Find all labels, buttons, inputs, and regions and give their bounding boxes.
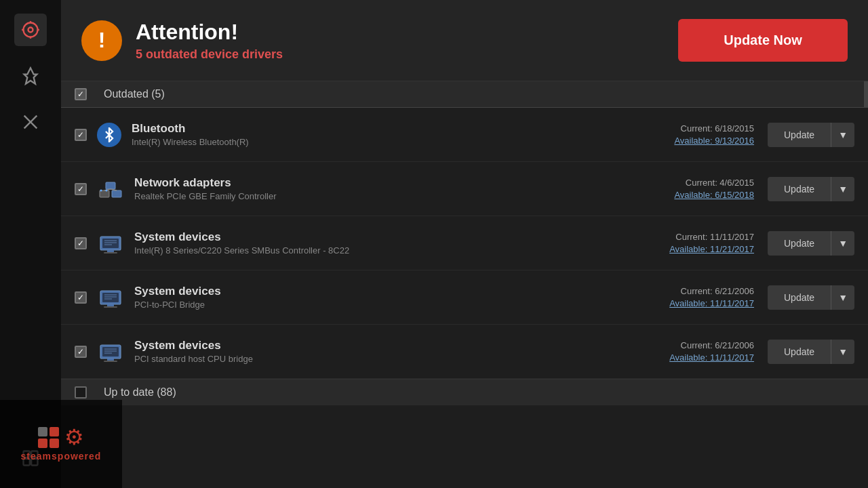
steam-overlay: ⚙ steamspowered	[0, 400, 122, 488]
svg-line-15	[104, 189, 111, 190]
driver-row-system3: System devices PCI standard host CPU bri…	[61, 325, 868, 379]
driver-system1-update-group: Update ▼	[768, 231, 854, 256]
driver-bluetooth-available: Available: 9/13/2016	[674, 136, 754, 146]
svg-rect-28	[107, 304, 114, 306]
svg-rect-27	[102, 293, 119, 302]
driver-bluetooth-update-group: Update ▼	[768, 123, 854, 147]
driver-bluetooth-dates: Current: 6/18/2015 Available: 9/13/2016	[674, 123, 754, 146]
driver-system2-available: Available: 11/11/2017	[669, 298, 754, 308]
driver-system3-name: System devices	[134, 339, 669, 352]
driver-system1-update-btn[interactable]: Update	[768, 231, 831, 256]
network-icon	[97, 176, 124, 203]
svg-rect-14	[106, 182, 115, 189]
outdated-text: outdated device drivers	[142, 47, 283, 61]
driver-system1-dates: Current: 11/11/2017 Available: 11/21/201…	[669, 232, 754, 254]
driver-system3-desc: PCI standard host CPU bridge	[134, 354, 669, 364]
svg-line-16	[111, 189, 117, 190]
driver-bluetooth-info: Bluetooth Intel(R) Wireless Bluetooth(R)	[132, 122, 674, 147]
attention-title: Attention!	[136, 20, 283, 45]
driver-network-available: Available: 6/15/2018	[674, 190, 754, 200]
driver-row-system2: System devices PCI-to-PCI Bridge Current…	[61, 270, 868, 325]
driver-system2-info: System devices PCI-to-PCI Bridge	[134, 285, 669, 310]
driver-system3-update-btn[interactable]: Update	[768, 340, 831, 364]
driver-system1-available: Available: 11/21/2017	[669, 244, 754, 254]
outdated-count: 5	[136, 47, 142, 61]
driver-system2-name: System devices	[134, 285, 669, 298]
svg-point-0	[24, 23, 38, 37]
driver-network-name: Network adapters	[134, 176, 674, 190]
driver-system3-info: System devices PCI standard host CPU bri…	[134, 339, 669, 364]
svg-rect-29	[104, 306, 117, 308]
header: ! Attention! 5 outdated device drivers U…	[61, 0, 868, 81]
steam-gear-icon: ⚙	[64, 426, 84, 448]
driver-network-update-btn[interactable]: Update	[768, 177, 831, 201]
svg-rect-34	[102, 347, 119, 357]
main-content: ! Attention! 5 outdated device drivers U…	[61, 0, 868, 488]
driver-network-dates: Current: 4/6/2015 Available: 6/15/2018	[674, 178, 754, 200]
driver-bluetooth-current: Current: 6/18/2015	[674, 123, 754, 134]
driver-system1-name: System devices	[134, 230, 669, 244]
driver-row-system1: System devices Intel(R) 8 Series/C220 Se…	[61, 216, 868, 270]
driver-system3-available: Available: 11/11/2017	[669, 352, 754, 363]
driver-system1-update-dropdown[interactable]: ▼	[831, 231, 854, 256]
bluetooth-icon	[97, 123, 121, 147]
system2-icon	[97, 284, 124, 311]
driver-network-update-dropdown[interactable]: ▼	[831, 177, 854, 201]
sidebar-icon-home[interactable]	[14, 14, 47, 46]
driver-system3-current: Current: 6/21/2006	[669, 340, 754, 350]
uptodate-section-checkbox[interactable]	[75, 386, 87, 399]
header-left: ! Attention! 5 outdated device drivers	[81, 20, 283, 62]
driver-bluetooth-update-btn[interactable]: Update	[768, 123, 831, 147]
driver-bluetooth-update-dropdown[interactable]: ▼	[831, 123, 854, 147]
attention-icon: !	[81, 20, 122, 61]
outdated-section-checkbox[interactable]	[75, 88, 87, 100]
steam-grid-icon	[38, 427, 59, 448]
svg-rect-35	[107, 359, 114, 361]
outdated-section-header: Outdated (5)	[61, 81, 868, 108]
driver-system2-checkbox[interactable]	[75, 291, 87, 304]
header-text: Attention! 5 outdated device drivers	[136, 20, 283, 62]
svg-rect-20	[102, 239, 119, 248]
driver-system3-update-dropdown[interactable]: ▼	[831, 340, 854, 364]
driver-network-update-group: Update ▼	[768, 177, 854, 201]
driver-system2-update-dropdown[interactable]: ▼	[831, 285, 854, 310]
driver-system2-desc: PCI-to-PCI Bridge	[134, 300, 669, 310]
driver-bluetooth-name: Bluetooth	[132, 122, 674, 136]
sidebar-icon-tools[interactable]	[14, 106, 47, 138]
svg-point-1	[28, 28, 33, 33]
update-now-button[interactable]: Update Now	[678, 19, 848, 62]
driver-system3-dates: Current: 6/21/2006 Available: 11/11/2017	[669, 340, 754, 363]
svg-rect-13	[112, 190, 121, 197]
system3-icon	[97, 338, 124, 365]
outdated-section-label: Outdated (5)	[104, 88, 165, 100]
driver-row-network: Network adapters Realtek PCIe GBE Family…	[61, 162, 868, 216]
driver-row-bluetooth: Bluetooth Intel(R) Wireless Bluetooth(R)…	[61, 108, 868, 162]
driver-network-desc: Realtek PCIe GBE Family Controller	[134, 191, 674, 201]
driver-network-current: Current: 4/6/2015	[674, 178, 754, 188]
driver-system2-dates: Current: 6/21/2006 Available: 11/11/2017	[669, 286, 754, 308]
uptodate-section-label: Up to date (88)	[104, 386, 176, 399]
driver-system1-current: Current: 11/11/2017	[669, 232, 754, 242]
driver-bluetooth-desc: Intel(R) Wireless Bluetooth(R)	[132, 137, 674, 147]
svg-rect-22	[104, 252, 117, 253]
driver-network-checkbox[interactable]	[75, 183, 87, 195]
driver-system1-checkbox[interactable]	[75, 237, 87, 249]
driver-system3-checkbox[interactable]	[75, 346, 87, 358]
driver-system3-update-group: Update ▼	[768, 340, 854, 364]
driver-system2-update-btn[interactable]: Update	[768, 285, 831, 310]
drivers-list: Outdated (5) Bluetooth Intel(R) Wireless…	[61, 81, 868, 488]
uptodate-section-header: Up to date (88)	[61, 379, 868, 405]
driver-system2-current: Current: 6/21/2006	[669, 286, 754, 296]
svg-rect-12	[100, 190, 109, 197]
driver-system2-update-group: Update ▼	[768, 285, 854, 310]
svg-point-18	[106, 189, 108, 191]
driver-bluetooth-checkbox[interactable]	[75, 129, 87, 141]
svg-rect-36	[104, 361, 117, 362]
driver-system1-info: System devices Intel(R) 8 Series/C220 Se…	[134, 230, 669, 256]
svg-point-17	[100, 189, 102, 191]
system1-icon	[97, 230, 124, 257]
sidebar-icon-rocket[interactable]	[14, 60, 47, 92]
attention-subtitle: 5 outdated device drivers	[136, 47, 283, 62]
svg-rect-21	[107, 250, 114, 252]
driver-system1-desc: Intel(R) 8 Series/C220 Series SMBus Cont…	[134, 245, 669, 256]
